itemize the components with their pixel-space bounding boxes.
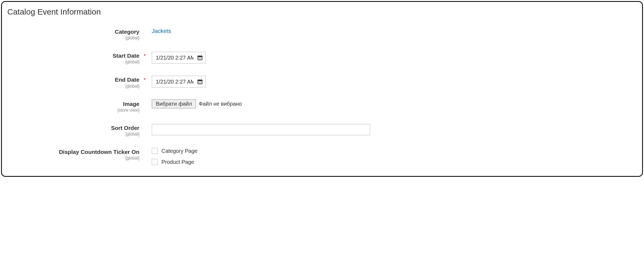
value-col-category: Jackets: [150, 27, 634, 34]
end-date-scope: [global]: [7, 84, 139, 89]
image-label: Image: [123, 101, 139, 107]
end-date-input[interactable]: [152, 76, 195, 87]
end-date-wrap: [152, 76, 206, 88]
value-col-end-date: [150, 75, 634, 88]
image-scope: [store view]: [7, 108, 139, 113]
svg-rect-2: [199, 55, 199, 57]
sort-order-input[interactable]: [152, 124, 370, 135]
end-date-calendar-button[interactable]: [195, 76, 205, 87]
file-status-text: Файл не вибрано: [199, 101, 242, 107]
product-page-checkbox[interactable]: [152, 159, 158, 165]
category-scope: [global]: [7, 36, 139, 40]
checkbox-row-category-page: Category Page: [152, 148, 634, 154]
svg-rect-3: [201, 55, 202, 57]
svg-rect-9: [201, 59, 202, 60]
row-sort-order: Sort Order [global]: [7, 123, 634, 137]
row-start-date: Start Date [global] *: [7, 51, 634, 64]
panel-title: Catalog Event Information: [7, 7, 634, 16]
label-col-category: Category [global]: [7, 27, 142, 40]
label-col-display-ticker: Display Countdown Ticker On [global]: [7, 147, 142, 161]
svg-rect-6: [201, 58, 202, 58]
label-col-end-date: End Date [global]: [7, 75, 142, 88]
calendar-icon: [197, 55, 203, 61]
start-date-label: Start Date: [113, 53, 139, 59]
file-input-wrap: Вибрати файл Файл не вибрано: [152, 99, 242, 108]
end-date-label: End Date: [115, 77, 139, 83]
start-date-input[interactable]: [152, 52, 195, 63]
req-col-display-ticker: [142, 147, 150, 149]
svg-rect-5: [200, 58, 200, 58]
svg-rect-15: [200, 82, 200, 82]
start-date-scope: [global]: [7, 60, 139, 64]
product-page-checkbox-label: Product Page: [161, 159, 194, 165]
category-page-checkbox-label: Category Page: [161, 148, 197, 154]
svg-rect-18: [200, 83, 200, 84]
value-col-image: Вибрати файл Файл не вибрано: [150, 99, 634, 108]
svg-rect-13: [201, 79, 202, 81]
row-category: Category [global] Jackets: [7, 27, 634, 40]
display-ticker-scope: [global]: [7, 156, 139, 161]
req-col-end-date: *: [142, 75, 150, 83]
svg-rect-16: [201, 82, 202, 82]
category-page-checkbox[interactable]: [152, 148, 158, 154]
req-col-sort-order: [142, 123, 150, 125]
svg-rect-1: [198, 56, 202, 57]
value-col-display-ticker: Category Page Product Page: [150, 147, 634, 165]
label-col-sort-order: Sort Order [global]: [7, 123, 142, 137]
req-col-image: [142, 99, 150, 101]
svg-rect-19: [201, 83, 202, 84]
calendar-icon: [197, 79, 203, 85]
svg-rect-8: [200, 59, 200, 60]
svg-rect-4: [199, 58, 199, 58]
req-col-start-date: *: [142, 51, 150, 59]
display-ticker-label: Display Countdown Ticker On: [59, 149, 139, 155]
category-label: Category: [115, 29, 139, 35]
svg-rect-7: [199, 59, 199, 60]
start-date-calendar-button[interactable]: [195, 52, 205, 63]
value-col-start-date: [150, 51, 634, 64]
start-date-wrap: [152, 52, 206, 64]
svg-rect-14: [199, 82, 199, 82]
checkbox-row-product-page: Product Page: [152, 159, 634, 165]
row-display-ticker: Display Countdown Ticker On [global] Cat…: [7, 147, 634, 165]
svg-rect-17: [199, 83, 199, 84]
category-link[interactable]: Jackets: [152, 28, 171, 34]
svg-rect-11: [198, 80, 202, 81]
sort-order-label: Sort Order: [111, 125, 139, 131]
catalog-event-panel: Catalog Event Information Category [glob…: [1, 1, 643, 177]
sort-order-scope: [global]: [7, 132, 139, 137]
svg-rect-12: [199, 79, 199, 81]
row-end-date: End Date [global] *: [7, 75, 634, 88]
row-image: Image [store view] Вибрати файл Файл не …: [7, 99, 634, 113]
label-col-start-date: Start Date [global]: [7, 51, 142, 64]
choose-file-button[interactable]: Вибрати файл: [152, 99, 196, 108]
label-col-image: Image [store view]: [7, 99, 142, 113]
value-col-sort-order: [150, 123, 634, 135]
req-col-category: [142, 27, 150, 29]
